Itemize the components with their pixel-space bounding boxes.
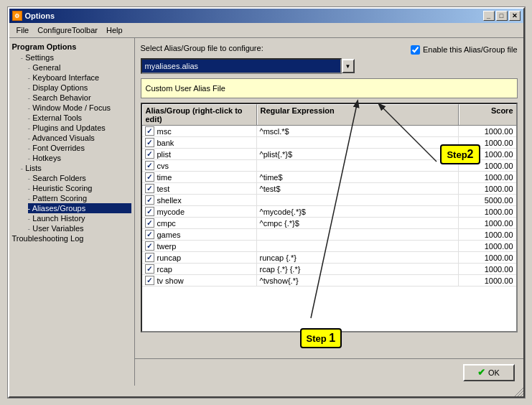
menu-help[interactable]: Help bbox=[102, 24, 127, 36]
cell-alias: rcap bbox=[142, 264, 257, 274]
cell-regex: ^mscl.*$ bbox=[257, 126, 459, 136]
alias-name: shellex bbox=[157, 196, 182, 205]
tree-user-variables[interactable]: - User Variables bbox=[28, 223, 131, 233]
tree-hotkeys[interactable]: - Hotkeys bbox=[28, 153, 131, 163]
table-row: runcap runcap {.*} 1000.00 bbox=[142, 252, 516, 264]
regex-value: ^mycode{.*}$ bbox=[260, 208, 306, 216]
alias-name: test bbox=[157, 185, 170, 193]
tree-general[interactable]: - General bbox=[28, 62, 131, 73]
step2-badge: Step2 bbox=[440, 144, 480, 164]
tree-lists[interactable]: - Lists bbox=[21, 163, 131, 173]
row-checkbox[interactable] bbox=[145, 253, 154, 262]
row-checkbox[interactable] bbox=[145, 241, 154, 251]
resize-grip[interactable] bbox=[515, 388, 523, 396]
table-row: rcap rcap {.*} {.*} 1000.00 bbox=[142, 264, 516, 275]
tree-display-options[interactable]: - Display Options bbox=[28, 83, 131, 93]
title-buttons: _ □ ✕ bbox=[483, 11, 521, 21]
row-checkbox[interactable] bbox=[145, 184, 154, 193]
row-checkbox[interactable] bbox=[145, 195, 154, 205]
cell-score: 1000.00 bbox=[459, 126, 516, 136]
score-value: 1000.00 bbox=[485, 276, 513, 285]
row-checkbox[interactable] bbox=[145, 207, 154, 216]
score-value: 1000.00 bbox=[485, 265, 513, 274]
tree-window-mode[interactable]: - Window Mode / Focus bbox=[28, 103, 131, 113]
score-value: 5000.00 bbox=[485, 196, 513, 205]
enable-label: Enable this Alias/Group file bbox=[423, 45, 517, 54]
menu-file[interactable]: File bbox=[12, 24, 34, 36]
cell-regex: ^test$ bbox=[257, 183, 459, 194]
tree-troubleshooting[interactable]: Troubleshooting Log bbox=[12, 233, 131, 243]
row-checkbox[interactable] bbox=[145, 264, 154, 274]
tree-program-options[interactable]: Program Options bbox=[12, 41, 131, 52]
enable-checkbox[interactable] bbox=[411, 45, 420, 55]
cell-alias: time bbox=[142, 172, 257, 182]
maximize-button[interactable]: □ bbox=[496, 11, 508, 21]
alias-name: msc bbox=[157, 127, 172, 136]
cell-score: 1000.00 bbox=[459, 241, 516, 251]
regex-value: ^mscl.*$ bbox=[260, 127, 289, 136]
tree-keyboard-interface[interactable]: - Keyboard Interface bbox=[28, 73, 131, 83]
tree-advanced-visuals[interactable]: - Advanced Visuals bbox=[28, 133, 131, 143]
left-panel: Program Options - Settings - General - K… bbox=[9, 38, 135, 386]
cell-regex: ^mycode{.*}$ bbox=[257, 206, 459, 217]
svg-line-5 bbox=[521, 394, 523, 396]
svg-line-4 bbox=[518, 391, 523, 396]
select-label: Select Alias/Group file to configure: bbox=[141, 44, 263, 52]
title-bar: ⚙ Options _ □ ✕ bbox=[9, 9, 523, 23]
cell-regex bbox=[257, 241, 459, 251]
tree-launch-history[interactable]: - Launch History bbox=[28, 213, 131, 223]
window-icon: ⚙ bbox=[12, 11, 22, 21]
row-checkbox[interactable] bbox=[145, 172, 154, 182]
tree-heuristic-scoring[interactable]: - Heuristic Scoring bbox=[28, 183, 131, 193]
dropdown-row: myaliases.alias ▼ bbox=[141, 58, 518, 74]
minimize-button[interactable]: _ bbox=[483, 11, 495, 21]
tree-search-folders[interactable]: - Search Folders bbox=[28, 173, 131, 183]
row-checkbox[interactable] bbox=[145, 161, 154, 170]
table-row: test ^test$ 1000.00 bbox=[142, 183, 516, 195]
table-row: tv show ^tvshow{.*} 1000.00 bbox=[142, 275, 516, 287]
column-score: Score bbox=[459, 104, 516, 125]
alias-name: tv show bbox=[157, 276, 184, 285]
row-checkbox[interactable] bbox=[145, 276, 154, 285]
cell-score: 1000.00 bbox=[459, 275, 516, 286]
cell-score: 1000.00 bbox=[459, 206, 516, 217]
cell-alias: plist bbox=[142, 149, 257, 159]
cell-alias: cmpc bbox=[142, 218, 257, 228]
dropdown-arrow-icon[interactable]: ▼ bbox=[342, 59, 355, 73]
alias-table: Alias/Group (right-click to edit) Regula… bbox=[141, 103, 518, 332]
score-value: 1000.00 bbox=[485, 242, 513, 251]
row-checkbox[interactable] bbox=[145, 138, 154, 147]
ok-button[interactable]: ✔ OK bbox=[463, 364, 515, 381]
regex-value: ^cmpc {.*}$ bbox=[260, 219, 299, 228]
menu-configuretoolbar[interactable]: ConfigureToolbar bbox=[33, 24, 102, 36]
row-checkbox[interactable] bbox=[145, 149, 154, 159]
title-bar-left: ⚙ Options bbox=[12, 11, 55, 21]
tree-search-behavior[interactable]: - Search Behavior bbox=[28, 93, 131, 103]
cell-alias: shellex bbox=[142, 195, 257, 205]
cell-score: 1000.00 bbox=[459, 183, 516, 194]
info-text: Custom User Alias File bbox=[146, 84, 225, 93]
table-row: msc ^mscl.*$ 1000.00 bbox=[142, 126, 516, 137]
cell-alias: msc bbox=[142, 126, 257, 136]
tree-plugins-updates[interactable]: - Plugins and Updates bbox=[28, 123, 131, 133]
row-checkbox[interactable] bbox=[145, 126, 154, 136]
cell-score: 1000.00 bbox=[459, 264, 516, 274]
tree-font-overrides[interactable]: - Font Overrides bbox=[28, 143, 131, 153]
tree-settings[interactable]: - Settings bbox=[21, 52, 131, 62]
alias-file-dropdown[interactable]: myaliases.alias bbox=[141, 58, 342, 74]
close-button[interactable]: ✕ bbox=[509, 11, 521, 21]
cell-alias: mycode bbox=[142, 206, 257, 217]
tree-external-tools[interactable]: - External Tools bbox=[28, 113, 131, 123]
cell-regex bbox=[257, 160, 459, 171]
tree-pattern-scoring[interactable]: - Pattern Scoring bbox=[28, 193, 131, 203]
score-value: 1000.00 bbox=[485, 219, 513, 228]
cell-regex: rcap {.*} {.*} bbox=[257, 264, 459, 274]
tree-aliases-groups[interactable]: - Aliases/Groups bbox=[28, 203, 131, 213]
alias-name: plist bbox=[157, 150, 172, 159]
alias-name: mycode bbox=[157, 208, 185, 216]
row-checkbox[interactable] bbox=[145, 230, 154, 239]
cell-score: 5000.00 bbox=[459, 195, 516, 205]
row-checkbox[interactable] bbox=[145, 218, 154, 228]
cell-regex: runcap {.*} bbox=[257, 252, 459, 263]
step2-label: Step bbox=[447, 149, 467, 160]
